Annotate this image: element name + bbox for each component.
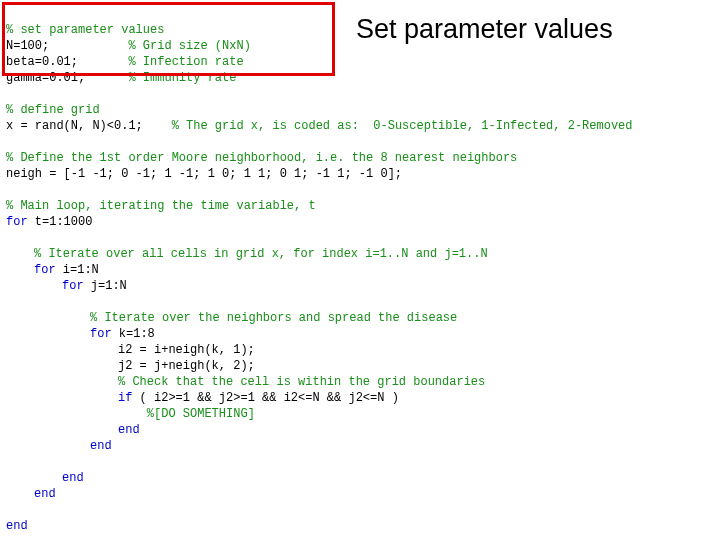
line-i2: i2 = i+neigh(k, 1); xyxy=(6,343,255,357)
line-gamma: gamma=0.01; xyxy=(6,71,85,85)
comment-iterate-nb: % Iterate over the neighbors and spread … xyxy=(6,311,457,325)
comment-x: % The grid x, is coded as: 0-Susceptible… xyxy=(172,119,633,133)
comment-iterate-cells: % Iterate over all cells in grid x, for … xyxy=(6,247,488,261)
line-j2: j2 = j+neigh(k, 2); xyxy=(6,359,255,373)
comment-moore: % Define the 1st order Moore neighborhoo… xyxy=(6,151,517,165)
line-for-j: j=1:N xyxy=(84,279,127,293)
kw-end-fork: end xyxy=(90,439,112,453)
comment-gamma: % Immunity rate xyxy=(128,71,236,85)
line-neigh: neigh = [-1 -1; 0 -1; 1 -1; 1 0; 1 1; 0 … xyxy=(6,167,402,181)
line-beta: beta=0.01; xyxy=(6,55,78,69)
kw-for-i: for xyxy=(34,263,56,277)
code-block: % set parameter values N=100; % Grid siz… xyxy=(6,6,714,534)
line-for-t: t=1:1000 xyxy=(28,215,93,229)
comment-beta: % Infection rate xyxy=(128,55,243,69)
callout-title: Set parameter values xyxy=(356,14,613,45)
kw-end-if: end xyxy=(118,423,140,437)
comment-defgrid: % define grid xyxy=(6,103,100,117)
line-x: x = rand(N, N)<0.1; xyxy=(6,119,143,133)
comment-set-param: % set parameter values xyxy=(6,23,164,37)
comment-main: % Main loop, iterating the time variable… xyxy=(6,199,316,213)
comment-do: %[DO SOMETHING] xyxy=(147,407,255,421)
line-if: ( i2>=1 && j2>=1 && i2<=N && j2<=N ) xyxy=(132,391,398,405)
kw-if: if xyxy=(118,391,132,405)
comment-n: % Grid size (NxN) xyxy=(128,39,250,53)
comment-check: % Check that the cell is within the grid… xyxy=(6,375,485,389)
kw-for-t: for xyxy=(6,215,28,229)
slide: % set parameter values N=100; % Grid siz… xyxy=(0,0,720,540)
kw-end-fori: end xyxy=(34,487,56,501)
line-for-k: k=1:8 xyxy=(112,327,155,341)
kw-for-j: for xyxy=(62,279,84,293)
line-n: N=100; xyxy=(6,39,49,53)
kw-end-fort: end xyxy=(6,519,28,533)
kw-end-forj: end xyxy=(62,471,84,485)
line-for-i: i=1:N xyxy=(56,263,99,277)
kw-for-k: for xyxy=(90,327,112,341)
